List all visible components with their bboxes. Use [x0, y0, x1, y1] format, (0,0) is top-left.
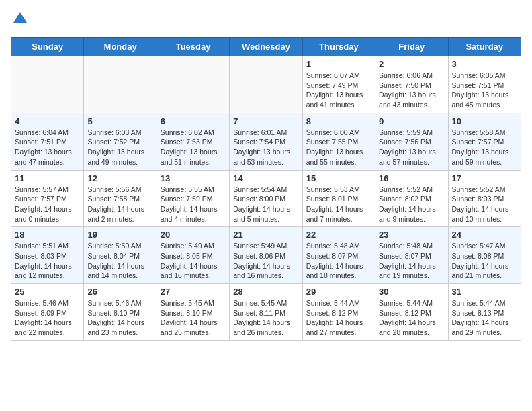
weekday-header-wednesday: Wednesday	[230, 38, 302, 56]
day-number: 12	[87, 173, 152, 183]
day-number: 29	[306, 287, 371, 297]
day-number: 27	[161, 287, 226, 297]
calendar-day-6: 6Sunrise: 6:02 AMSunset: 7:53 PMDaylight…	[157, 113, 229, 170]
day-info: Sunrise: 6:05 AMSunset: 7:51 PMDaylight:…	[452, 71, 517, 110]
calendar-week-row: 4Sunrise: 6:04 AMSunset: 7:51 PMDaylight…	[11, 113, 521, 170]
calendar-day-30: 30Sunrise: 5:44 AMSunset: 8:12 PMDayligh…	[375, 284, 448, 341]
day-number: 14	[233, 173, 298, 183]
day-info: Sunrise: 5:53 AMSunset: 8:01 PMDaylight:…	[306, 185, 371, 224]
day-info: Sunrise: 5:58 AMSunset: 7:57 PMDaylight:…	[452, 128, 517, 167]
day-number: 22	[306, 230, 371, 240]
calendar-empty-cell	[11, 56, 84, 113]
day-number: 23	[379, 230, 444, 240]
day-number: 6	[161, 116, 226, 126]
calendar-day-7: 7Sunrise: 6:01 AMSunset: 7:54 PMDaylight…	[230, 113, 302, 170]
day-info: Sunrise: 5:44 AMSunset: 8:12 PMDaylight:…	[306, 298, 371, 338]
day-info: Sunrise: 5:49 AMSunset: 8:05 PMDaylight:…	[161, 241, 226, 281]
calendar-day-12: 12Sunrise: 5:56 AMSunset: 7:58 PMDayligh…	[84, 170, 157, 227]
day-number: 5	[87, 116, 152, 126]
day-number: 1	[306, 59, 371, 69]
day-info: Sunrise: 6:02 AMSunset: 7:53 PMDaylight:…	[161, 128, 226, 167]
calendar-empty-cell	[157, 56, 229, 113]
calendar-day-26: 26Sunrise: 5:46 AMSunset: 8:10 PMDayligh…	[84, 284, 157, 341]
weekday-header-tuesday: Tuesday	[157, 38, 229, 56]
calendar-empty-cell	[84, 56, 157, 113]
weekday-header-friday: Friday	[375, 38, 448, 56]
day-number: 28	[233, 287, 298, 297]
day-info: Sunrise: 5:44 AMSunset: 8:12 PMDaylight:…	[379, 298, 444, 338]
day-info: Sunrise: 5:59 AMSunset: 7:56 PMDaylight:…	[379, 128, 444, 167]
calendar-week-row: 11Sunrise: 5:57 AMSunset: 7:57 PMDayligh…	[11, 170, 521, 227]
day-info: Sunrise: 5:56 AMSunset: 7:58 PMDaylight:…	[87, 185, 152, 224]
day-number: 24	[452, 230, 517, 240]
day-info: Sunrise: 6:01 AMSunset: 7:54 PMDaylight:…	[233, 128, 298, 167]
calendar-day-19: 19Sunrise: 5:50 AMSunset: 8:04 PMDayligh…	[84, 227, 157, 284]
weekday-header-saturday: Saturday	[448, 38, 521, 56]
day-info: Sunrise: 6:04 AMSunset: 7:51 PMDaylight:…	[15, 128, 80, 167]
day-number: 17	[452, 173, 517, 183]
day-info: Sunrise: 5:51 AMSunset: 8:03 PMDaylight:…	[15, 241, 80, 281]
logo-icon	[12, 11, 28, 27]
day-number: 9	[379, 116, 444, 126]
day-number: 2	[379, 59, 444, 69]
calendar-day-20: 20Sunrise: 5:49 AMSunset: 8:05 PMDayligh…	[157, 227, 229, 284]
day-info: Sunrise: 5:46 AMSunset: 8:09 PMDaylight:…	[15, 298, 80, 338]
calendar-day-4: 4Sunrise: 6:04 AMSunset: 7:51 PMDaylight…	[11, 113, 84, 170]
calendar-day-22: 22Sunrise: 5:48 AMSunset: 8:07 PMDayligh…	[302, 227, 375, 284]
day-info: Sunrise: 6:06 AMSunset: 7:50 PMDaylight:…	[379, 71, 444, 110]
day-number: 8	[306, 116, 371, 126]
calendar-day-21: 21Sunrise: 5:49 AMSunset: 8:06 PMDayligh…	[230, 227, 302, 284]
calendar-day-11: 11Sunrise: 5:57 AMSunset: 7:57 PMDayligh…	[11, 170, 84, 227]
calendar-day-25: 25Sunrise: 5:46 AMSunset: 8:09 PMDayligh…	[11, 284, 84, 341]
day-info: Sunrise: 5:57 AMSunset: 7:57 PMDaylight:…	[15, 185, 80, 224]
day-info: Sunrise: 5:50 AMSunset: 8:04 PMDaylight:…	[87, 241, 152, 281]
day-number: 31	[452, 287, 517, 297]
day-info: Sunrise: 5:54 AMSunset: 8:00 PMDaylight:…	[233, 185, 298, 224]
calendar-day-28: 28Sunrise: 5:45 AMSunset: 8:11 PMDayligh…	[230, 284, 302, 341]
calendar-day-14: 14Sunrise: 5:54 AMSunset: 8:00 PMDayligh…	[230, 170, 302, 227]
calendar-day-27: 27Sunrise: 5:45 AMSunset: 8:10 PMDayligh…	[157, 284, 229, 341]
day-number: 16	[379, 173, 444, 183]
calendar-day-10: 10Sunrise: 5:58 AMSunset: 7:57 PMDayligh…	[448, 113, 521, 170]
calendar-day-3: 3Sunrise: 6:05 AMSunset: 7:51 PMDaylight…	[448, 56, 521, 113]
day-info: Sunrise: 5:55 AMSunset: 7:59 PMDaylight:…	[161, 185, 226, 224]
calendar-table: SundayMondayTuesdayWednesdayThursdayFrid…	[11, 37, 521, 341]
calendar-day-23: 23Sunrise: 5:48 AMSunset: 8:07 PMDayligh…	[375, 227, 448, 284]
day-number: 25	[15, 287, 80, 297]
calendar-week-row: 25Sunrise: 5:46 AMSunset: 8:09 PMDayligh…	[11, 284, 521, 341]
calendar-day-17: 17Sunrise: 5:52 AMSunset: 8:03 PMDayligh…	[448, 170, 521, 227]
day-number: 20	[161, 230, 226, 240]
day-number: 10	[452, 116, 517, 126]
day-info: Sunrise: 5:48 AMSunset: 8:07 PMDaylight:…	[379, 241, 444, 281]
day-info: Sunrise: 5:45 AMSunset: 8:11 PMDaylight:…	[233, 298, 298, 338]
calendar-day-9: 9Sunrise: 5:59 AMSunset: 7:56 PMDaylight…	[375, 113, 448, 170]
calendar-day-8: 8Sunrise: 6:00 AMSunset: 7:55 PMDaylight…	[302, 113, 375, 170]
day-number: 7	[233, 116, 298, 126]
day-info: Sunrise: 5:49 AMSunset: 8:06 PMDaylight:…	[233, 241, 298, 281]
calendar-day-29: 29Sunrise: 5:44 AMSunset: 8:12 PMDayligh…	[302, 284, 375, 341]
day-info: Sunrise: 6:00 AMSunset: 7:55 PMDaylight:…	[306, 128, 371, 167]
day-number: 11	[15, 173, 80, 183]
calendar-day-24: 24Sunrise: 5:47 AMSunset: 8:08 PMDayligh…	[448, 227, 521, 284]
calendar-day-16: 16Sunrise: 5:52 AMSunset: 8:02 PMDayligh…	[375, 170, 448, 227]
day-number: 13	[161, 173, 226, 183]
day-info: Sunrise: 6:07 AMSunset: 7:49 PMDaylight:…	[306, 71, 371, 110]
calendar-day-13: 13Sunrise: 5:55 AMSunset: 7:59 PMDayligh…	[157, 170, 229, 227]
calendar-day-15: 15Sunrise: 5:53 AMSunset: 8:01 PMDayligh…	[302, 170, 375, 227]
calendar-day-5: 5Sunrise: 6:03 AMSunset: 7:52 PMDaylight…	[84, 113, 157, 170]
day-info: Sunrise: 5:44 AMSunset: 8:13 PMDaylight:…	[452, 298, 517, 338]
weekday-header-sunday: Sunday	[11, 38, 84, 56]
day-number: 21	[233, 230, 298, 240]
day-info: Sunrise: 5:48 AMSunset: 8:07 PMDaylight:…	[306, 241, 371, 281]
svg-marker-0	[13, 12, 27, 23]
day-number: 3	[452, 59, 517, 69]
day-info: Sunrise: 5:52 AMSunset: 8:03 PMDaylight:…	[452, 185, 517, 224]
day-number: 30	[379, 287, 444, 297]
page-header	[11, 11, 521, 30]
weekday-header-monday: Monday	[84, 38, 157, 56]
day-number: 18	[15, 230, 80, 240]
calendar-week-row: 1Sunrise: 6:07 AMSunset: 7:49 PMDaylight…	[11, 56, 521, 113]
calendar-day-31: 31Sunrise: 5:44 AMSunset: 8:13 PMDayligh…	[448, 284, 521, 341]
day-number: 4	[15, 116, 80, 126]
logo	[11, 11, 28, 30]
